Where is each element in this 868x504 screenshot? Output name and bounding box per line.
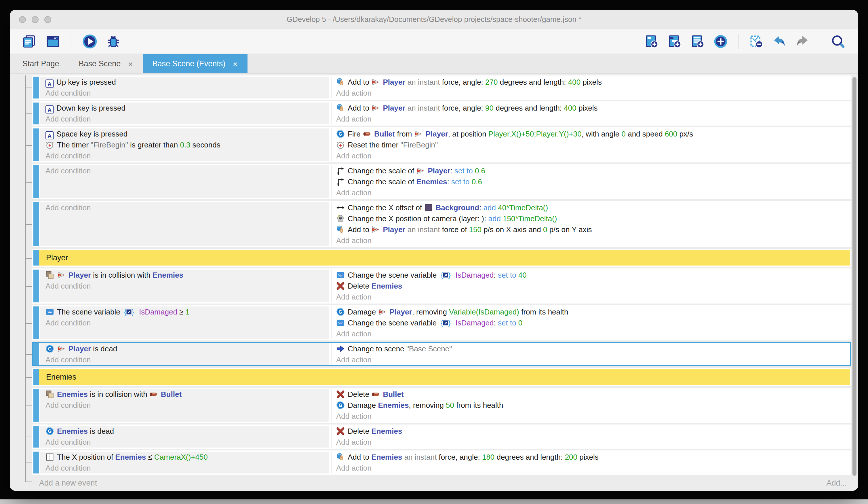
event-handle[interactable] bbox=[33, 426, 39, 447]
add-condition-button[interactable]: Add condition bbox=[45, 437, 329, 447]
event-handle[interactable] bbox=[33, 250, 39, 265]
add-action-button[interactable]: Add action bbox=[336, 437, 850, 447]
add-condition-button[interactable]: Add condition bbox=[45, 202, 329, 213]
scene-window-button[interactable] bbox=[45, 34, 60, 49]
conditions-cell[interactable]: Add condition bbox=[40, 165, 329, 198]
event-handle[interactable] bbox=[33, 452, 39, 473]
condition-line[interactable]: Enemies is in collision with Bullet bbox=[45, 389, 329, 400]
add-action-button[interactable]: Add action bbox=[336, 113, 850, 124]
conditions-cell[interactable]: The X position of Enemies ≤ CameraX()+45… bbox=[40, 452, 329, 473]
actions-cell[interactable]: VarChange the scene variable {}IsDamaged… bbox=[332, 270, 850, 302]
add-action-button[interactable]: Add action bbox=[336, 328, 850, 339]
action-line[interactable]: Change to scene "Base Scene" bbox=[336, 343, 850, 354]
event-row[interactable]: VarThe scene variable {}IsDamaged ≥ 1Add… bbox=[32, 305, 851, 340]
event-handle[interactable] bbox=[33, 77, 39, 99]
add-action-button[interactable]: Add action bbox=[336, 187, 850, 198]
add-more-button[interactable]: Add... bbox=[826, 478, 847, 487]
actions-cell[interactable]: Add to Player an instant force, angle: 2… bbox=[332, 77, 850, 99]
search-button[interactable] bbox=[830, 34, 846, 49]
actions-cell[interactable]: Change the X offset of Background: add 4… bbox=[332, 202, 850, 246]
action-line[interactable]: Change the scale of Enemies: set to 0.6 bbox=[336, 176, 850, 187]
event-row[interactable]: GEnemies is deadAdd conditionDelete Enem… bbox=[32, 424, 851, 449]
event-row[interactable]: ASpace key is pressedThe timer "FireBegi… bbox=[32, 127, 851, 162]
action-line[interactable]: Change the scale of Player: set to 0.6 bbox=[336, 165, 850, 176]
condition-line[interactable]: Player is in collision with Enemies bbox=[45, 270, 329, 281]
close-tab-icon[interactable]: × bbox=[233, 60, 237, 68]
action-line[interactable]: Delete Bullet bbox=[336, 389, 850, 400]
condition-line[interactable]: ASpace key is pressed bbox=[45, 129, 329, 139]
condition-line[interactable]: VarThe scene variable {}IsDamaged ≥ 1 bbox=[45, 306, 329, 317]
delete-event-button[interactable] bbox=[748, 34, 764, 49]
event-row[interactable]: Add conditionChange the scale of Player:… bbox=[32, 164, 851, 199]
actions-cell[interactable]: Delete BulletGDamage Enemies, removing 5… bbox=[332, 389, 850, 422]
close-tab-icon[interactable]: × bbox=[128, 60, 133, 68]
conditions-cell[interactable]: AUp key is pressedAdd condition bbox=[40, 77, 329, 99]
conditions-cell[interactable]: GPlayer is deadAdd condition bbox=[40, 343, 329, 365]
condition-line[interactable]: The timer "FireBegin" is greater than 0.… bbox=[45, 139, 329, 150]
action-line[interactable]: Reset the timer "FireBegin" bbox=[336, 139, 850, 150]
add-action-button[interactable]: Add action bbox=[336, 411, 850, 422]
project-manager-button[interactable] bbox=[21, 34, 37, 49]
conditions-cell[interactable]: Player is in collision with EnemiesAdd c… bbox=[40, 270, 329, 302]
fullscreen-button[interactable] bbox=[44, 16, 51, 23]
action-line[interactable]: Add to Player an instant force, angle: 2… bbox=[336, 77, 850, 88]
tab-base-scene-events[interactable]: Base Scene (Events)× bbox=[143, 54, 248, 73]
add-condition-button[interactable]: Add condition bbox=[45, 463, 329, 473]
event-handle[interactable] bbox=[33, 306, 39, 339]
actions-cell[interactable]: Delete EnemiesAdd action bbox=[332, 426, 850, 447]
actions-cell[interactable]: Add to Player an instant force, angle: 9… bbox=[332, 102, 850, 124]
event-handle[interactable] bbox=[33, 343, 39, 365]
add-action-button[interactable]: Add action bbox=[336, 88, 850, 99]
add-action-button[interactable]: Add action bbox=[336, 235, 850, 246]
add-condition-button[interactable]: Add condition bbox=[45, 88, 329, 99]
add-condition-button[interactable]: Add condition bbox=[45, 165, 329, 176]
add-comment-button[interactable] bbox=[690, 34, 705, 49]
action-line[interactable]: Add to Player an instant force, angle: 9… bbox=[336, 102, 850, 113]
action-line[interactable]: GDamage Enemies, removing 50 from its he… bbox=[336, 400, 850, 411]
action-line[interactable]: Delete Enemies bbox=[336, 426, 850, 437]
conditions-cell[interactable]: VarThe scene variable {}IsDamaged ≥ 1Add… bbox=[40, 306, 329, 339]
add-action-button[interactable]: Add action bbox=[336, 463, 850, 473]
add-condition-button[interactable]: Add condition bbox=[45, 150, 329, 161]
action-line[interactable]: VarChange the scene variable {}IsDamaged… bbox=[336, 317, 850, 328]
action-line[interactable]: Add to Enemies an instant force, angle: … bbox=[336, 452, 850, 463]
add-action-button[interactable]: Add action bbox=[336, 354, 850, 365]
add-more-button[interactable] bbox=[713, 34, 728, 49]
condition-line[interactable]: GEnemies is dead bbox=[45, 426, 329, 437]
event-handle[interactable] bbox=[33, 369, 39, 385]
debug-button[interactable] bbox=[105, 34, 121, 49]
close-button[interactable] bbox=[19, 16, 26, 23]
event-row[interactable]: Add conditionChange the X offset of Back… bbox=[32, 201, 851, 247]
add-event-button[interactable] bbox=[643, 34, 659, 49]
add-subevent-button[interactable] bbox=[666, 34, 682, 49]
event-row[interactable]: Player is in collision with EnemiesAdd c… bbox=[32, 269, 851, 304]
actions-cell[interactable]: GDamage Player, removing Variable(IsDama… bbox=[332, 306, 850, 339]
redo-button[interactable] bbox=[794, 34, 810, 49]
condition-line[interactable]: AUp key is pressed bbox=[45, 77, 329, 88]
actions-cell[interactable]: Add to Enemies an instant force, angle: … bbox=[332, 452, 850, 473]
event-row[interactable]: The X position of Enemies ≤ CameraX()+45… bbox=[32, 451, 851, 475]
event-handle[interactable] bbox=[33, 129, 39, 161]
conditions-cell[interactable]: Add condition bbox=[40, 202, 329, 246]
add-condition-button[interactable]: Add condition bbox=[45, 400, 329, 411]
play-button[interactable] bbox=[82, 34, 97, 49]
actions-cell[interactable]: GFire Bullet from Player, at position Pl… bbox=[332, 129, 850, 161]
condition-line[interactable]: The X position of Enemies ≤ CameraX()+45… bbox=[45, 452, 329, 463]
tab-start-page[interactable]: Start Page bbox=[13, 54, 69, 73]
tab-base-scene[interactable]: Base Scene× bbox=[69, 54, 143, 73]
action-line[interactable]: Add to Player an instant force of 150 p/… bbox=[336, 224, 850, 235]
add-condition-button[interactable]: Add condition bbox=[45, 113, 329, 124]
minimize-button[interactable] bbox=[32, 16, 39, 23]
condition-line[interactable]: GPlayer is dead bbox=[45, 343, 329, 354]
action-line[interactable]: Delete Enemies bbox=[336, 281, 850, 291]
group-event-player[interactable]: Player bbox=[32, 249, 851, 267]
action-line[interactable]: GDamage Player, removing Variable(IsDama… bbox=[336, 306, 850, 317]
event-handle[interactable] bbox=[33, 389, 39, 422]
event-row[interactable]: ADown key is pressedAdd conditionAdd to … bbox=[32, 101, 851, 125]
actions-cell[interactable]: Change to scene "Base Scene"Add action bbox=[332, 343, 850, 365]
add-condition-button[interactable]: Add condition bbox=[45, 354, 329, 365]
add-new-event-button[interactable]: Add a new event bbox=[39, 478, 97, 487]
add-condition-button[interactable]: Add condition bbox=[45, 317, 329, 328]
vertical-scrollbar-thumb[interactable] bbox=[852, 77, 857, 476]
event-handle[interactable] bbox=[33, 102, 39, 124]
